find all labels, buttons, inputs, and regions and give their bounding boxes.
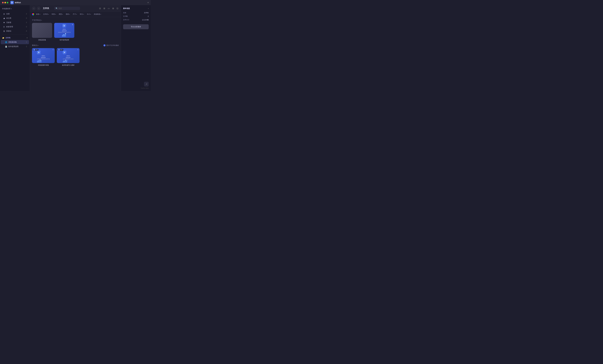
filter-shape[interactable]: 形状 ▾ bbox=[65, 13, 71, 16]
sidebar-count-tag-manage: 0 bbox=[26, 26, 27, 28]
maximize-button[interactable] bbox=[7, 2, 8, 3]
folder-label-software: 软件使用说明 bbox=[60, 39, 69, 41]
panel-title: 基本信息 bbox=[123, 7, 130, 10]
subfolder-section-title: 子文件夹(2) ▸ bbox=[32, 19, 119, 21]
menu-icon[interactable]: ≡ bbox=[148, 1, 149, 4]
sidebar-label-trash: 回收站 bbox=[6, 30, 26, 32]
share-button[interactable]: ↗ bbox=[144, 82, 149, 86]
sidebar-label-software: 软件使用说明 bbox=[8, 45, 26, 48]
asset-thumb-1: B MP4 B Billfish使用说明 浏览器插件请至Billfish官网下载 bbox=[32, 48, 55, 63]
panel-row-filecount: 文件数 2 bbox=[123, 15, 149, 17]
asset-label-1: 浏览器插件采集 bbox=[38, 64, 49, 66]
right-panel: 基本信息 ▾ 名称 文件夹 文件数 2 文件大小 12.10 MB 导出全部素材… bbox=[121, 5, 151, 91]
asset-desc-2: 如何快速将素材导入Billfish bbox=[63, 58, 74, 60]
library-label: 本地素材库 bbox=[2, 8, 11, 10]
search-icon: 🔍 bbox=[56, 7, 58, 9]
layout-icon[interactable]: ⊡ bbox=[116, 7, 119, 10]
panel-label-filecount: 文件数 bbox=[123, 15, 128, 17]
panel-label-name: 名称 bbox=[123, 12, 126, 14]
panel-value-name: 文件夹 bbox=[144, 12, 149, 14]
search-input[interactable] bbox=[58, 7, 77, 9]
filter-type[interactable]: 类型 ▾ bbox=[58, 13, 64, 16]
panel-chevron-icon[interactable]: ▾ bbox=[148, 8, 149, 9]
content-main: 子文件夹(2) ▸ 浏览器采集 B Billfish使用说明 浏览器 bbox=[30, 17, 121, 91]
sidebar-count-all: 2 bbox=[26, 13, 27, 15]
minimize-button[interactable] bbox=[4, 2, 6, 3]
svg-rect-11 bbox=[63, 61, 63, 62]
sidebar-item-uncategorized[interactable]: ◕ 未分类 0 bbox=[1, 16, 29, 20]
sidebar-count-software: 2 bbox=[26, 46, 27, 47]
sidebar-label-untagged: 无标签 bbox=[6, 21, 26, 24]
color-filter[interactable] bbox=[32, 13, 34, 15]
sidebar-count-browser: 0 bbox=[26, 41, 27, 43]
tag-manage-icon: ☰ bbox=[3, 26, 5, 28]
filter-size[interactable]: 尺寸 ▾ bbox=[72, 13, 78, 16]
filter-tag[interactable]: 标签 ▾ bbox=[35, 13, 41, 16]
filter-other[interactable]: 其他筛选 ▾ bbox=[93, 13, 102, 16]
folder-inner-title: Billfish使用说明 bbox=[62, 28, 67, 32]
software-icon: 💾 bbox=[5, 45, 7, 48]
asset-inner-content-2: B Billfish使用说明 如何快速将素材导入Billfish bbox=[57, 48, 80, 63]
folder-inner-content: B Billfish使用说明 浏览器插件请至Billfish官网下载 bbox=[54, 23, 74, 38]
asset-title-2: Billfish使用说明 bbox=[63, 55, 74, 58]
assets-section-header: 素材(2) ▸ ✓ 显示子文件夹素材 bbox=[32, 44, 119, 47]
show-subfolder-toggle[interactable]: ✓ 显示子文件夹素材 bbox=[104, 44, 119, 47]
watermark: Panfine Store bbox=[123, 87, 149, 89]
asset-item-quick-import[interactable]: B MP4 B Billfish使用说明 如何快速将素材导入Billfish bbox=[57, 48, 80, 66]
add-folder-button[interactable]: + bbox=[26, 37, 28, 39]
sidebar-count-uncategorized: 0 bbox=[26, 17, 27, 19]
asset-title-1: Billfish使用说明 bbox=[37, 55, 50, 58]
svg-rect-13 bbox=[65, 61, 65, 62]
sidebar-item-all[interactable]: ⊞ 全部 2 bbox=[1, 12, 29, 16]
grid-view-icon[interactable]: ⊞ bbox=[112, 7, 115, 10]
folder-grid: 浏览器采集 B Billfish使用说明 浏览器插件请至Billfish官网下载 bbox=[32, 23, 119, 41]
asset-thumb-2: B MP4 B Billfish使用说明 如何快速将素材导入Billfish bbox=[57, 48, 80, 63]
folder-item-browser-collect[interactable]: 浏览器采集 bbox=[32, 23, 52, 41]
sidebar-item-software-manual[interactable]: 💾 软件使用说明 2 bbox=[1, 45, 29, 49]
filter-folder[interactable]: 文件夹 ▾ bbox=[42, 13, 50, 16]
library-arrow: ▾ bbox=[11, 8, 12, 10]
asset-desc-1: 浏览器插件请至Billfish官网下载 bbox=[37, 58, 50, 60]
sidebar-count-trash: 0 bbox=[26, 30, 27, 32]
sidebar-item-trash[interactable]: 🗑 回收站 0 bbox=[1, 29, 29, 33]
back-button[interactable]: ‹ bbox=[32, 7, 36, 10]
checkbox-checked-icon: ✓ bbox=[104, 44, 105, 47]
filter-filesize[interactable]: 大小 ▾ bbox=[86, 13, 92, 16]
library-selector[interactable]: 本地素材库 ▾ bbox=[0, 7, 30, 12]
app-name: Billfish bbox=[15, 1, 21, 4]
asset-logo-1: B bbox=[37, 51, 41, 54]
svg-rect-8 bbox=[40, 60, 40, 62]
tag-x-icon: ✖ bbox=[3, 21, 5, 24]
sidebar-item-untagged[interactable]: ✖ 无标签 2 bbox=[1, 20, 29, 24]
folder-item-software-manual[interactable]: B Billfish使用说明 浏览器插件请至Billfish官网下载 bbox=[54, 23, 74, 41]
folder-thumb-blue: B Billfish使用说明 浏览器插件请至Billfish官网下载 bbox=[54, 23, 74, 38]
panel-row-filesize: 文件大小 12.10 MB bbox=[123, 19, 149, 21]
titlebar: B Billfish ≡ bbox=[0, 0, 151, 5]
folder-section-label: 文件夹 bbox=[5, 37, 11, 39]
view-toggle-icon[interactable]: ⊟ bbox=[99, 7, 101, 10]
filter-bar: 标签 ▾ 文件夹 ▾ 时间 ▾ 类型 ▾ 形状 ▾ 尺寸 ▾ bbox=[30, 12, 121, 17]
close-button[interactable] bbox=[2, 2, 4, 3]
svg-point-10 bbox=[40, 60, 40, 60]
filter-time[interactable]: 时间 ▾ bbox=[51, 13, 57, 16]
asset-chart-2 bbox=[63, 60, 68, 62]
sidebar-item-tag-manage[interactable]: ☰ 标签管理 0 bbox=[1, 25, 29, 29]
folder-section-header[interactable]: 📁 文件夹 + bbox=[0, 36, 30, 40]
filter-rating[interactable]: 评分 ▾ bbox=[79, 13, 85, 16]
export-button[interactable]: 导出全部素材 bbox=[123, 24, 149, 29]
sidebar-item-browser-collect[interactable]: 🌐 浏览器采集 0 bbox=[1, 40, 29, 44]
sidebar: 本地素材库 ▾ ⊞ 全部 2 ◕ 未分类 0 ✖ 无标签 2 ☰ 标签管理 bbox=[0, 5, 30, 91]
display-icon[interactable]: ▭ bbox=[107, 7, 110, 10]
billfish-mini-logo: B bbox=[62, 24, 66, 28]
svg-rect-14 bbox=[66, 60, 66, 62]
svg-rect-9 bbox=[41, 60, 41, 62]
sidebar-label-tag-manage: 标签管理 bbox=[6, 26, 26, 28]
forward-button[interactable]: › bbox=[37, 7, 41, 10]
svg-point-16 bbox=[66, 60, 66, 60]
svg-rect-12 bbox=[64, 61, 64, 62]
sidebar-divider bbox=[2, 35, 28, 35]
sidebar-count-untagged: 2 bbox=[26, 22, 27, 23]
asset-item-browser-plugin[interactable]: B MP4 B Billfish使用说明 浏览器插件请至Billfish官网下载 bbox=[32, 48, 55, 66]
folder-label-browser: 浏览器采集 bbox=[38, 39, 46, 41]
sort-icon[interactable]: ⊞ bbox=[103, 7, 106, 10]
